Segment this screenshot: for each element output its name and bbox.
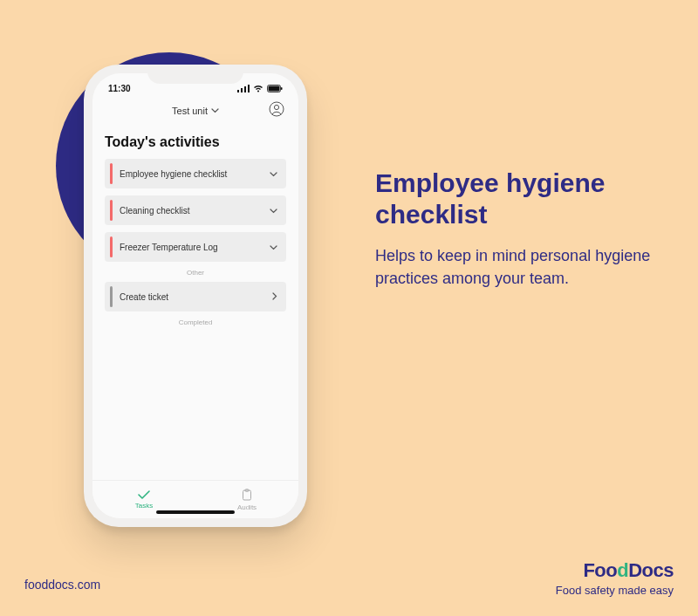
status-indicators bbox=[237, 85, 283, 92]
activity-employee-hygiene[interactable]: Employee hygiene checklist bbox=[105, 159, 286, 188]
tab-label: Audits bbox=[237, 503, 257, 511]
chevron-right-icon bbox=[272, 292, 277, 302]
brand-logo: FoodDocs bbox=[556, 559, 674, 582]
activity-label: Freezer Temperature Log bbox=[120, 243, 270, 252]
status-time: 11:30 bbox=[108, 84, 131, 93]
unit-label: Test unit bbox=[172, 106, 208, 116]
battery-icon bbox=[267, 85, 283, 92]
phone-mockup: 11:30 Test unit T bbox=[84, 65, 307, 527]
svg-point-3 bbox=[270, 102, 284, 116]
headline-subtitle: Helps to keep in mind personal hygiene p… bbox=[375, 244, 654, 290]
activity-label: Cleaning checklist bbox=[120, 206, 270, 216]
tab-label: Tasks bbox=[135, 502, 153, 510]
svg-point-4 bbox=[274, 105, 278, 109]
brand-part-3: Docs bbox=[628, 559, 674, 581]
status-stripe bbox=[110, 163, 113, 184]
chevron-down-icon bbox=[270, 206, 277, 216]
activity-label: Employee hygiene checklist bbox=[120, 169, 270, 179]
create-ticket-label: Create ticket bbox=[120, 292, 272, 302]
status-stripe bbox=[110, 200, 113, 221]
signal-icon bbox=[237, 85, 250, 92]
profile-icon[interactable] bbox=[269, 101, 284, 117]
check-icon bbox=[138, 490, 150, 501]
activity-cleaning[interactable]: Cleaning checklist bbox=[105, 195, 286, 225]
svg-rect-1 bbox=[269, 86, 280, 91]
brand-part-2: d bbox=[617, 559, 628, 581]
page-title: Today's activities bbox=[105, 134, 286, 150]
activity-freezer-temp[interactable]: Freezer Temperature Log bbox=[105, 232, 286, 262]
status-bar: 11:30 bbox=[92, 73, 298, 98]
wifi-icon bbox=[253, 85, 263, 92]
headline-title: Employee hygiene checklist bbox=[375, 168, 654, 230]
content-area: Today's activities Employee hygiene chec… bbox=[92, 124, 298, 480]
footer-url: fooddocs.com bbox=[24, 578, 100, 592]
unit-selector[interactable]: Test unit bbox=[172, 106, 219, 116]
status-stripe bbox=[110, 236, 113, 257]
chevron-down-icon bbox=[270, 243, 277, 252]
app-header: Test unit bbox=[92, 98, 298, 124]
clipboard-icon bbox=[242, 489, 252, 503]
section-completed-label: Completed bbox=[105, 318, 286, 326]
chevron-down-icon bbox=[270, 169, 277, 179]
svg-rect-2 bbox=[281, 87, 283, 90]
headline-block: Employee hygiene checklist Helps to keep… bbox=[375, 168, 654, 290]
footer-brand-block: FoodDocs Food safety made easy bbox=[556, 559, 674, 597]
brand-tagline: Food safety made easy bbox=[556, 584, 674, 597]
chevron-down-icon bbox=[211, 108, 219, 113]
phone-screen: 11:30 Test unit T bbox=[92, 73, 298, 518]
section-other-label: Other bbox=[105, 269, 286, 277]
home-indicator bbox=[156, 510, 235, 514]
brand-part-1: Foo bbox=[583, 559, 617, 581]
status-stripe bbox=[110, 286, 113, 307]
create-ticket-button[interactable]: Create ticket bbox=[105, 282, 286, 311]
